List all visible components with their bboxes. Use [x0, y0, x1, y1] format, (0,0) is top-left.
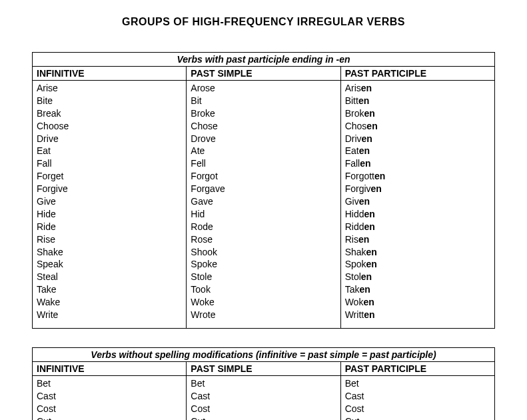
pp-stem: Eat — [345, 145, 359, 156]
table-caption: Verbs with past participle ending in -en — [33, 53, 495, 67]
past-simple-value: Arose — [191, 82, 336, 95]
infinitive-value: Wake — [37, 296, 182, 309]
past-participle-cell: BetCastCostCutHit — [340, 375, 494, 420]
infinitive-value: Choose — [37, 120, 182, 133]
past-simple-value: Cost — [191, 403, 336, 415]
past-simple-value: Gave — [191, 195, 336, 208]
infinitive-value: Break — [37, 107, 182, 120]
pp-suffix: en — [358, 234, 369, 245]
past-simple-value: Took — [191, 283, 336, 296]
infinitive-value: Arise — [37, 82, 182, 95]
pp-suffix: en — [358, 95, 369, 106]
infinitive-value: Cut — [37, 415, 182, 420]
pp-suffix: en — [364, 221, 374, 232]
pp-stem: Chos — [345, 121, 367, 131]
past-participle-value: Cost — [345, 403, 490, 415]
infinitive-cell: BetCastCostCutHit — [33, 375, 187, 420]
pp-suffix: en — [362, 133, 372, 144]
pp-stem: Spok — [345, 259, 366, 269]
pp-stem: Cost — [345, 403, 364, 414]
past-participle-value: Bet — [345, 377, 490, 390]
past-participle-cell: ArisenBittenBrokenChosenDrivenEatenFalle… — [340, 81, 494, 329]
past-simple-value: Woke — [191, 296, 336, 309]
pp-suffix: en — [363, 297, 374, 307]
pp-suffix: en — [364, 309, 374, 320]
pp-stem: Hidd — [345, 209, 364, 219]
past-participle-value: Fallen — [345, 157, 490, 170]
past-participle-value: Ridden — [345, 221, 490, 233]
infinitive-value: Cost — [37, 403, 182, 415]
past-participle-value: Cut — [345, 415, 490, 420]
past-simple-value: Wrote — [191, 309, 336, 321]
pp-stem: Wok — [345, 297, 364, 307]
past-participle-value: Eaten — [345, 145, 490, 157]
pp-suffix: en — [361, 83, 372, 93]
column-header: PAST SIMPLE — [187, 361, 340, 375]
past-participle-value: Written — [345, 309, 490, 321]
pp-suffix: en — [359, 196, 370, 207]
pp-suffix: en — [359, 284, 370, 295]
pp-suffix: en — [364, 209, 374, 219]
pp-stem: Shak — [345, 247, 366, 257]
pp-stem: Aris — [345, 83, 361, 93]
infinitive-value: Forget — [37, 170, 182, 183]
past-participle-value: Arisen — [345, 82, 490, 95]
infinitive-value: Bite — [37, 95, 182, 107]
infinitive-value: Bet — [37, 377, 182, 390]
pp-suffix: en — [366, 259, 377, 269]
column-header: PAST PARTICIPLE — [340, 361, 494, 375]
pp-stem: Cast — [345, 391, 364, 401]
past-simple-value: Chose — [191, 120, 336, 133]
infinitive-value: Drive — [37, 133, 182, 145]
pp-stem: Tak — [345, 284, 360, 295]
pp-stem: Bet — [345, 378, 359, 389]
past-participle-value: Spoken — [345, 258, 490, 271]
pp-stem: Driv — [345, 133, 362, 144]
infinitive-value: Forgive — [37, 183, 182, 195]
pp-suffix: en — [361, 271, 372, 282]
past-simple-value: Rose — [191, 233, 336, 246]
pp-stem: Giv — [345, 196, 359, 207]
past-participle-value: Hidden — [345, 208, 490, 221]
past-participle-value: Chosen — [345, 120, 490, 133]
table-row: AriseBiteBreakChooseDriveEatFallForgetFo… — [33, 81, 495, 329]
past-simple-value: Forgave — [191, 183, 336, 195]
pp-suffix: en — [366, 121, 377, 131]
past-simple-value: Bet — [191, 377, 336, 390]
infinitive-value: Write — [37, 309, 182, 321]
infinitive-value: Give — [37, 195, 182, 208]
past-simple-value: Spoke — [191, 258, 336, 271]
verb-table: Verbs with past participle ending in -en… — [32, 52, 495, 329]
pp-suffix: en — [364, 108, 374, 119]
past-participle-value: Forgiven — [345, 183, 490, 195]
past-participle-value: Forgotten — [345, 170, 490, 183]
past-simple-value: Ate — [191, 145, 336, 157]
pp-stem: Cut — [345, 416, 360, 420]
past-participle-value: Driven — [345, 133, 490, 145]
pp-suffix: en — [371, 183, 382, 194]
past-participle-value: Shaken — [345, 246, 490, 259]
past-simple-value: Fell — [191, 157, 336, 170]
infinitive-cell: AriseBiteBreakChooseDriveEatFallForgetFo… — [33, 81, 187, 329]
past-participle-value: Broken — [345, 107, 490, 120]
infinitive-value: Take — [37, 283, 182, 296]
column-header: INFINITIVE — [33, 67, 187, 81]
past-participle-value: Given — [345, 195, 490, 208]
past-simple-value: Forgot — [191, 170, 336, 183]
pp-stem: Ridd — [345, 221, 364, 232]
infinitive-value: Ride — [37, 221, 182, 233]
pp-stem: Stol — [345, 271, 361, 282]
pp-suffix: en — [374, 171, 385, 181]
infinitive-value: Speak — [37, 258, 182, 271]
infinitive-value: Shake — [37, 246, 182, 259]
infinitive-value: Rise — [37, 233, 182, 246]
infinitive-value: Eat — [37, 145, 182, 157]
past-simple-value: Bit — [191, 95, 336, 107]
pp-stem: Ris — [345, 234, 358, 245]
infinitive-value: Hide — [37, 208, 182, 221]
column-header: PAST PARTICIPLE — [340, 67, 494, 81]
pp-stem: Forgott — [345, 171, 374, 181]
infinitive-value: Steal — [37, 271, 182, 283]
past-simple-value: Broke — [191, 107, 336, 120]
past-participle-value: Woken — [345, 296, 490, 309]
